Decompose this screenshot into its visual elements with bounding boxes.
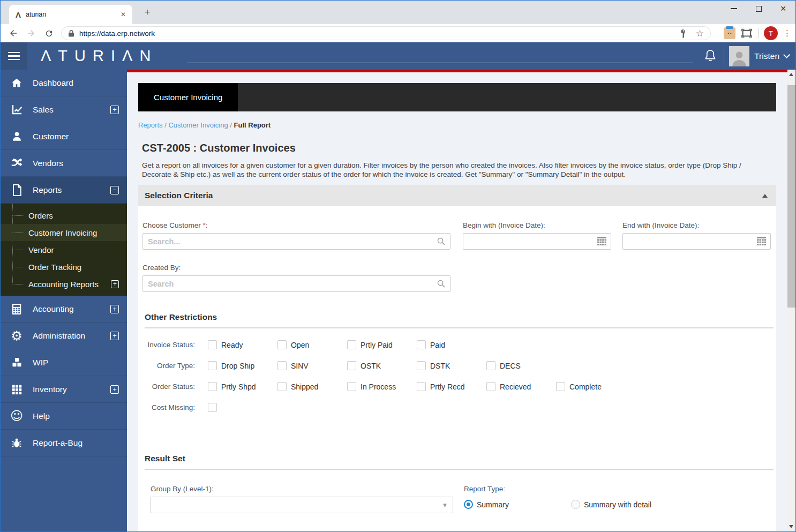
created-by-search-input[interactable]	[142, 275, 450, 292]
sidebar-item-inventory[interactable]: Inventory +	[1, 376, 127, 403]
lock-icon	[68, 29, 74, 37]
checkbox-complete[interactable]	[556, 382, 565, 391]
radio-unselected-icon[interactable]	[571, 500, 580, 509]
password-key-button[interactable]	[679, 28, 688, 38]
checkbox-in-process[interactable]	[347, 382, 356, 391]
selection-criteria-header[interactable]: Selection Criteria	[138, 185, 776, 206]
reports-file-icon	[12, 184, 22, 196]
aturian-logo: ΛTURIΛN	[41, 47, 157, 65]
bug-icon	[11, 437, 22, 449]
sidebar-item-customer[interactable]: Customer	[1, 123, 127, 150]
checkbox-cost-missing[interactable]	[208, 403, 217, 412]
collapse-arrow-icon[interactable]	[762, 194, 768, 198]
submenu-item-vendor[interactable]: Vendor	[1, 241, 127, 258]
expand-plus-icon[interactable]: +	[110, 385, 119, 394]
new-tab-button[interactable]: +	[141, 6, 154, 19]
search-icon	[437, 237, 446, 246]
reports-submenu: Orders Customer Invoicing Vendor Order T…	[1, 204, 127, 296]
sidebar-item-report-a-bug[interactable]: Report-a-Bug	[1, 430, 127, 456]
browser-profile-avatar[interactable]: T	[764, 26, 778, 40]
radio-summary-with-detail[interactable]: Summary with detail	[571, 500, 678, 509]
extension-face-icon[interactable]	[724, 27, 735, 39]
submenu-item-order-tracking[interactable]: Order Tracking	[1, 258, 127, 275]
forward-button[interactable]	[25, 27, 37, 40]
sidebar-item-accounting[interactable]: Accounting +	[1, 296, 127, 323]
sidebar-item-administration[interactable]: ⚙ Administration +	[1, 323, 127, 349]
gear-icon: ⚙	[11, 329, 22, 342]
page-scrollbar[interactable]	[787, 70, 795, 531]
checkbox-open[interactable]	[277, 340, 287, 349]
checkbox-prtly-recd[interactable]	[417, 382, 426, 391]
checkbox-drop-ship[interactable]	[208, 361, 217, 370]
choose-customer-search-input[interactable]	[142, 233, 450, 250]
submenu-item-accounting-reports[interactable]: Accounting Reports +	[1, 275, 127, 293]
radio-summary[interactable]: Summary	[464, 500, 571, 509]
selection-criteria-body: Choose Customer *: Begin with (Invoice D…	[138, 206, 776, 531]
key-icon	[679, 28, 688, 38]
group-by-dropdown[interactable]: ▼	[151, 497, 453, 513]
screen-capture-extension-icon[interactable]	[741, 28, 753, 39]
browser-tab[interactable]: Λ aturian ✕	[9, 5, 132, 24]
submenu-item-orders[interactable]: Orders	[1, 207, 127, 224]
user-avatar	[729, 46, 749, 66]
app-header: ΛTURIΛN Tristen	[1, 42, 795, 70]
report-tabbar: Customer Invoicing	[138, 83, 776, 111]
bookmark-star-button[interactable]: ☆	[696, 28, 704, 39]
url-text: https://data.erp.network	[79, 29, 671, 38]
maximize-button[interactable]	[746, 1, 771, 17]
checkbox-ready[interactable]	[208, 340, 217, 349]
report-description: Get a report on all invoices for a given…	[142, 161, 753, 179]
checkbox-prtly-shpd[interactable]	[208, 382, 217, 391]
calendar-icon[interactable]	[757, 237, 766, 245]
user-menu[interactable]: Tristen	[729, 42, 789, 70]
hamburger-icon	[8, 52, 20, 54]
checkbox-shipped[interactable]	[277, 382, 287, 391]
star-icon: ☆	[696, 28, 704, 39]
expand-plus-icon[interactable]: +	[110, 305, 119, 313]
checkbox-dstk[interactable]	[417, 361, 426, 370]
toolbar-divider	[758, 28, 759, 38]
tab-close-icon[interactable]: ✕	[118, 10, 128, 19]
notifications-bell-button[interactable]	[703, 49, 717, 63]
close-window-button[interactable]: ✕	[771, 1, 795, 17]
sidebar-item-vendors[interactable]: Vendors	[1, 150, 127, 177]
checkbox-recieved[interactable]	[486, 382, 495, 391]
checkbox-paid[interactable]	[417, 340, 426, 349]
scroll-up-arrow[interactable]	[789, 73, 793, 76]
sidebar-item-wip[interactable]: WIP	[1, 349, 127, 376]
sidebar-item-sales[interactable]: Sales +	[1, 96, 127, 123]
begin-date-input[interactable]	[463, 233, 611, 250]
radio-selected-icon[interactable]	[464, 500, 473, 509]
collapse-minus-icon[interactable]: −	[110, 186, 119, 194]
expand-plus-icon[interactable]: +	[110, 106, 119, 114]
scroll-down-arrow[interactable]	[789, 525, 793, 528]
scrollbar-thumb[interactable]	[787, 85, 795, 308]
checkbox-prtly-paid[interactable]	[347, 340, 356, 349]
end-date-input[interactable]	[622, 233, 771, 250]
expand-plus-icon[interactable]: +	[111, 280, 119, 288]
sidebar-toggle-button[interactable]	[1, 42, 27, 70]
browser-menu-button[interactable]: ⋮	[783, 28, 791, 38]
header-divider	[724, 42, 724, 70]
order-status-row: Order Status: Prtly Shpd Shipped In Proc…	[138, 382, 776, 391]
minimize-icon	[731, 8, 737, 9]
tab-customer-invoicing[interactable]: Customer Invoicing	[138, 83, 238, 111]
expand-plus-icon[interactable]: +	[110, 332, 119, 340]
aturian-favicon-icon: Λ	[16, 11, 21, 19]
breadcrumb-link-reports[interactable]: Reports	[138, 121, 163, 129]
sidebar-item-help[interactable]: ☺ Help	[1, 403, 127, 430]
sidebar-item-dashboard[interactable]: Dashboard	[1, 70, 127, 96]
checkbox-sinv[interactable]	[277, 361, 287, 370]
calendar-icon[interactable]	[597, 237, 606, 245]
checkbox-decs[interactable]	[486, 361, 495, 370]
minimize-button[interactable]	[722, 1, 746, 17]
back-button[interactable]	[7, 27, 20, 40]
sidebar-item-reports[interactable]: Reports −	[1, 177, 127, 204]
page-content: Customer Invoicing Reports / Customer In…	[127, 72, 787, 531]
breadcrumb-link-customer-invoicing[interactable]: Customer Invoicing	[168, 121, 228, 129]
submenu-item-customer-invoicing[interactable]: Customer Invoicing	[1, 224, 127, 241]
checkbox-ostk[interactable]	[347, 361, 356, 370]
url-bar[interactable]: https://data.erp.network ☆	[61, 26, 711, 40]
refresh-button[interactable]	[42, 27, 55, 40]
dropdown-arrow-icon: ▼	[443, 503, 447, 508]
